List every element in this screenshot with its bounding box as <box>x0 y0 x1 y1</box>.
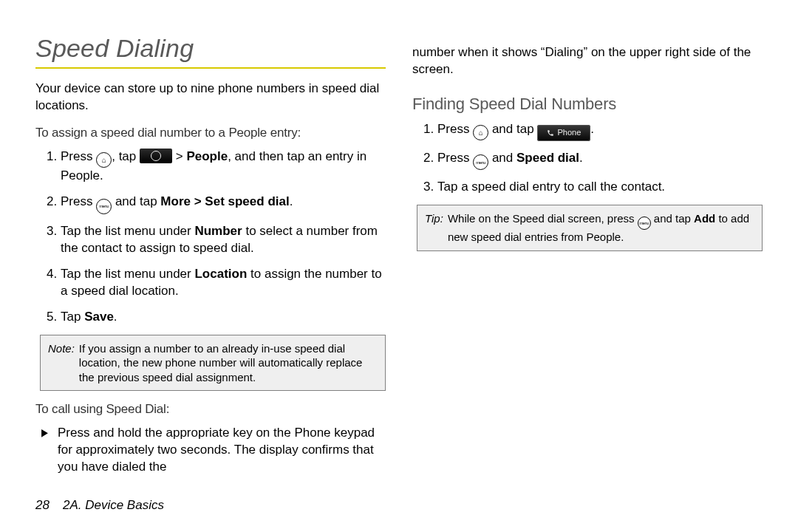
step-text: and tap <box>112 194 160 208</box>
step-text: and tap <box>488 122 537 136</box>
step-text: , tap <box>112 149 140 163</box>
tip-text: and tap <box>651 212 694 225</box>
assign-step-4: Tap the list menu under Location to assi… <box>61 266 386 300</box>
step-text: . <box>590 122 594 136</box>
intro-paragraph: Your device can store up to nine phone n… <box>35 81 386 115</box>
continuation-paragraph: number when it shows “Dialing” on the up… <box>412 44 763 78</box>
speed-dial-label: Speed dial <box>516 151 579 165</box>
step-text: Tap <box>61 310 84 324</box>
tip-body: While on the Speed dial screen, press me… <box>448 211 754 245</box>
menu-icon: menu <box>473 154 488 170</box>
step-text: and <box>488 151 516 165</box>
add-label: Add <box>694 212 715 225</box>
tip-text: While on the Speed dial screen, press <box>448 212 638 225</box>
assign-step-5: Tap Save. <box>61 309 386 326</box>
finding-heading: Finding Speed Dial Numbers <box>412 95 763 114</box>
note-body: If you assign a number to an already in-… <box>79 341 378 385</box>
note-label: Note: <box>48 341 75 385</box>
right-column: number when it shows “Dialing” on the up… <box>412 34 763 483</box>
assign-step-3: Tap the list menu under Number to select… <box>61 223 386 257</box>
more-set-speed-dial-label: More > Set speed dial <box>160 194 289 208</box>
assign-subheading: To assign a speed dial number to a Peopl… <box>35 125 386 141</box>
manual-page: Speed Dialing Your device can store up t… <box>0 0 798 532</box>
tip-box: Tip: While on the Speed dial screen, pre… <box>417 205 763 251</box>
section-title: Speed Dialing <box>35 34 386 63</box>
step-text: Press <box>437 151 473 165</box>
step-text: Press <box>437 122 473 136</box>
step-text: . <box>290 194 293 208</box>
title-underline <box>35 67 386 69</box>
tip-label: Tip: <box>425 211 443 245</box>
two-column-layout: Speed Dialing Your device can store up t… <box>35 34 763 483</box>
home-icon: ⌂ <box>96 152 112 168</box>
finding-step-3: Tap a speed dial entry to call the conta… <box>437 179 763 196</box>
step-text: Tap the list menu under <box>61 267 194 281</box>
number-label: Number <box>194 224 242 238</box>
menu-icon: menu <box>96 199 112 214</box>
assign-steps-list: Press ⌂, tap > People, and then tap an e… <box>35 149 386 326</box>
assign-step-2: Press menu and tap More > Set speed dial… <box>61 194 386 214</box>
phone-button-icon: Phone <box>537 125 590 141</box>
step-text: Press <box>61 149 96 163</box>
step-text: > <box>172 149 186 163</box>
call-bullet: Press and hold the appropriate key on th… <box>58 425 386 476</box>
step-text: . <box>579 151 583 165</box>
page-footer: 28 2A. Device Basics <box>35 498 164 513</box>
step-text: . <box>114 310 117 324</box>
left-column: Speed Dialing Your device can store up t… <box>35 34 386 483</box>
call-bullet-list: Press and hold the appropriate key on th… <box>35 425 386 476</box>
save-label: Save <box>84 310 114 324</box>
location-label: Location <box>194 267 247 281</box>
page-number: 28 <box>35 498 50 513</box>
step-text: Tap the list menu under <box>61 224 194 238</box>
finding-step-1: Press ⌂ and tap Phone. <box>437 121 763 141</box>
phone-button-label: Phone <box>557 127 581 138</box>
people-label: People <box>186 149 228 163</box>
chapter-label: 2A. Device Basics <box>63 498 164 513</box>
phone-handset-icon <box>547 129 554 137</box>
step-text: Press <box>61 194 96 208</box>
finding-step-2: Press menu and Speed dial. <box>437 150 763 171</box>
finding-steps-list: Press ⌂ and tap Phone. Press menu and Sp… <box>412 121 763 196</box>
home-icon: ⌂ <box>473 125 488 140</box>
call-subheading: To call using Speed Dial: <box>35 401 386 417</box>
apps-button-icon <box>140 149 172 163</box>
note-box: Note: If you assign a number to an alrea… <box>40 335 386 392</box>
menu-icon: menu <box>638 216 651 230</box>
assign-step-1: Press ⌂, tap > People, and then tap an e… <box>61 149 386 185</box>
